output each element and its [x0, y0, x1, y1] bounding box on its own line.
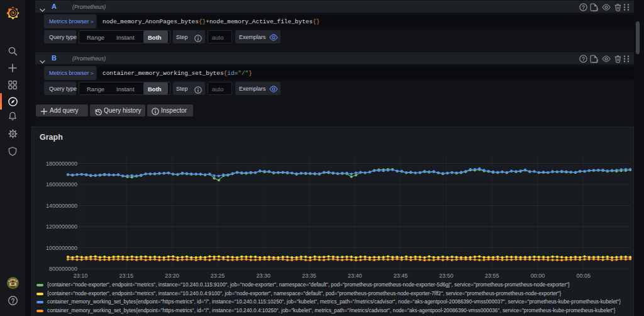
svg-text:1000000000: 1000000000	[46, 245, 77, 251]
svg-text:1400000000: 1400000000	[46, 203, 77, 209]
svg-text:800000000: 800000000	[49, 266, 77, 272]
svg-text:23:10: 23:10	[74, 273, 88, 279]
svg-text:00:05: 00:05	[576, 273, 591, 279]
svg-text:23:35: 23:35	[302, 273, 316, 279]
svg-text:23:30: 23:30	[257, 273, 271, 279]
svg-text:23:15: 23:15	[119, 273, 133, 279]
svg-text:1600000000: 1600000000	[46, 181, 77, 188]
svg-text:00:00: 00:00	[531, 273, 545, 279]
svg-text:23:25: 23:25	[211, 273, 225, 279]
svg-text:23:20: 23:20	[165, 273, 179, 279]
svg-text:23:50: 23:50	[439, 273, 453, 279]
svg-text:23:55: 23:55	[485, 273, 499, 279]
svg-text:23:45: 23:45	[394, 273, 408, 279]
svg-text:23:40: 23:40	[348, 273, 362, 279]
svg-text:1800000000: 1800000000	[46, 161, 77, 167]
svg-text:1200000000: 1200000000	[46, 223, 77, 230]
